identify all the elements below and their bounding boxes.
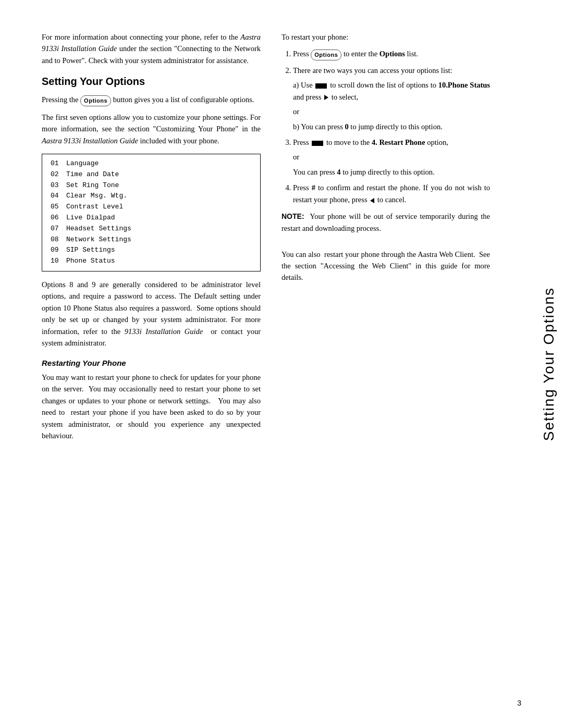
table-cell-num: 10 xyxy=(51,256,66,267)
step2b-text: b) You can press 0 to jump directly to t… xyxy=(293,121,490,132)
restart-section: Restarting Your Phone You may want to re… xyxy=(42,359,261,442)
table-cell-label: Network Settings xyxy=(66,235,136,245)
bottom-paragraph: You can also restart your phone through … xyxy=(282,249,490,283)
options-table-inner: 01Language 02Time and Date 03Set Ring To… xyxy=(51,158,136,267)
table-cell-num: 09 xyxy=(51,245,66,256)
table-cell-label: Time and Date xyxy=(66,169,136,180)
italic-title-3: 9133i Installation Guide xyxy=(125,327,203,336)
page-number: 3 xyxy=(517,699,521,707)
step3b-bold: 4 xyxy=(337,168,340,176)
nav-arrow-left-icon xyxy=(370,198,374,203)
step-1: Press Options to enter the Options list. xyxy=(293,48,490,60)
step2-text: There are two ways you can access your o… xyxy=(293,65,490,76)
step3-text: Press to move to the 4. Restart Phone op… xyxy=(293,137,490,148)
step2-or: or xyxy=(293,106,490,117)
table-cell-label: Contrast Level xyxy=(66,202,136,213)
note-label: NOTE: xyxy=(282,212,304,220)
table-row: 02Time and Date xyxy=(51,169,136,180)
restart-paragraph: You may want to restart your phone to ch… xyxy=(42,372,261,442)
table-cell-label: Clear Msg. Wtg. xyxy=(66,191,136,202)
left-column: For more information about connecting yo… xyxy=(42,31,261,447)
table-row: 05Contrast Level xyxy=(51,202,136,213)
step-2: There are two ways you can access your o… xyxy=(293,65,490,132)
italic-title-2: Aastra 9133i Installation Guide xyxy=(42,137,138,145)
sidebar-label: Setting Your Options xyxy=(534,0,563,728)
table-cell-num: 03 xyxy=(51,180,66,191)
nav-bar-icon-2 xyxy=(312,141,323,146)
restart-intro: To restart your phone: xyxy=(282,31,490,43)
table-cell-label: SIP Settings xyxy=(66,245,136,256)
table-row: 10Phone Status xyxy=(51,256,136,267)
options-menu-table: 01Language 02Time and Date 03Set Ring To… xyxy=(42,154,261,272)
table-cell-num: 04 xyxy=(51,191,66,202)
step4-bold: # xyxy=(312,183,315,192)
restart-heading: Restarting Your Phone xyxy=(42,359,261,367)
table-row: 04Clear Msg. Wtg. xyxy=(51,191,136,202)
sidebar-vertical-text: Setting Your Options xyxy=(541,287,557,441)
table-cell-num: 08 xyxy=(51,235,66,245)
table-row: 06Live Dialpad xyxy=(51,213,136,224)
table-row: 07Headset Settings xyxy=(51,224,136,235)
right-column: To restart your phone: Press Options to … xyxy=(282,31,521,447)
section-heading: Setting Your Options xyxy=(42,76,261,88)
nav-arrow-right-icon-1 xyxy=(324,95,328,100)
step2a-bold: 10.Phone Status xyxy=(438,81,490,89)
table-cell-num: 07 xyxy=(51,224,66,235)
options-button-step1: Options xyxy=(311,50,341,60)
note-paragraph: NOTE: Your phone will be out of service … xyxy=(282,211,490,234)
restart-steps: Press Options to enter the Options list.… xyxy=(282,48,490,205)
table-cell-num: 02 xyxy=(51,169,66,180)
table-cell-num: 01 xyxy=(51,158,66,169)
top-paragraph: For more information about connecting yo… xyxy=(42,31,261,66)
options-button-inline: Options xyxy=(80,95,111,106)
table-cell-label: Headset Settings xyxy=(66,224,136,235)
table-cell-label: Live Dialpad xyxy=(66,213,136,224)
table-cell-label: Language xyxy=(66,158,136,169)
step3-bold: 4. Restart Phone xyxy=(372,138,425,146)
step-4: Press # to confirm and restart the phone… xyxy=(293,182,490,205)
step3-or: or xyxy=(293,151,490,163)
step2a-text: a) Use to scroll down the list of option… xyxy=(293,79,490,103)
step1-bold: Options xyxy=(380,50,405,58)
page: For more information about connecting yo… xyxy=(0,0,563,728)
table-row: 03Set Ring Tone xyxy=(51,180,136,191)
nav-bar-icon-1 xyxy=(315,83,327,89)
admin-paragraph: Options 8 and 9 are generally considered… xyxy=(42,279,261,349)
table-row: 08Network Settings xyxy=(51,235,136,245)
table-row: 01Language xyxy=(51,158,136,169)
step-3: Press to move to the 4. Restart Phone op… xyxy=(293,137,490,178)
intro-paragraph-2: The first seven options allow you to cus… xyxy=(42,112,261,146)
step3b-text: You can press 4 to jump directly to this… xyxy=(293,166,490,178)
table-cell-num: 05 xyxy=(51,202,66,213)
step2b-bold: 0 xyxy=(345,122,348,131)
italic-title-1: Aastra 9133i Installation Guide xyxy=(42,33,261,53)
table-cell-label: Phone Status xyxy=(66,256,136,267)
intro-paragraph-1: Pressing the Options button gives you a … xyxy=(42,94,261,106)
table-cell-label: Set Ring Tone xyxy=(66,180,136,191)
table-row: 09SIP Settings xyxy=(51,245,136,256)
table-cell-num: 06 xyxy=(51,213,66,224)
